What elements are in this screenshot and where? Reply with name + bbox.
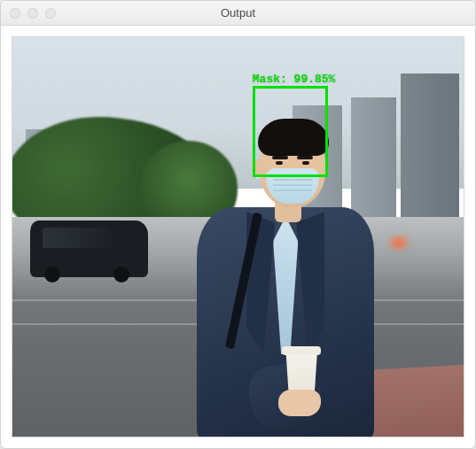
- titlebar[interactable]: Output: [1, 1, 475, 26]
- traffic-lights: [1, 8, 56, 19]
- blazer-lapel: [296, 212, 324, 354]
- vehicle: [30, 221, 147, 276]
- torso: [197, 207, 374, 437]
- vehicle-window: [43, 228, 113, 248]
- minimize-icon[interactable]: [27, 8, 38, 19]
- coffee-cup-lid: [282, 346, 321, 355]
- content-area: Mask: 99.85%: [1, 26, 475, 448]
- output-image: Mask: 99.85%: [12, 36, 464, 437]
- window-title: Output: [1, 6, 475, 19]
- app-window: Output: [0, 0, 476, 449]
- zoom-icon[interactable]: [45, 8, 56, 19]
- close-icon[interactable]: [10, 8, 20, 19]
- building: [401, 74, 459, 217]
- detection-label: Mask: 99.85%: [253, 73, 336, 86]
- scene: Mask: 99.85%: [12, 37, 464, 437]
- hand: [278, 390, 321, 416]
- detection-bounding-box: Mask: 99.85%: [253, 86, 329, 177]
- detection-label-prefix: Mask:: [253, 73, 294, 86]
- detection-confidence: 99.85%: [294, 73, 336, 86]
